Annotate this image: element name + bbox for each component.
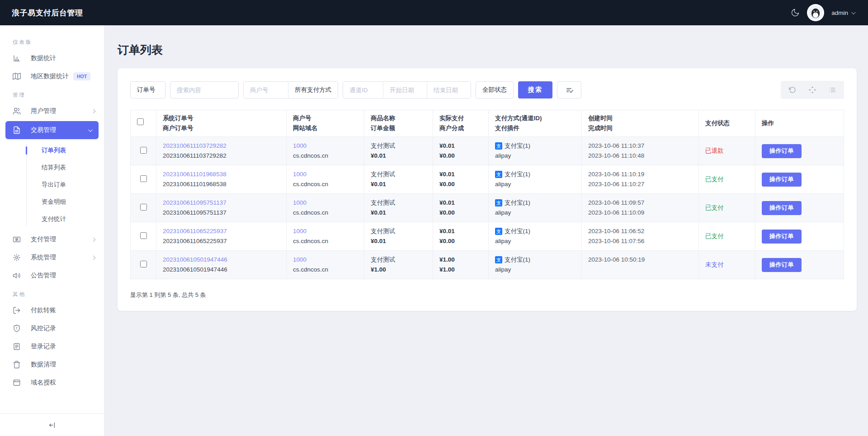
row-checkbox[interactable]	[140, 204, 147, 211]
sidebar-item-data-stats[interactable]: 数据统计	[0, 49, 104, 67]
merchant-id-link[interactable]: 1000	[293, 228, 307, 234]
merchant-id-link[interactable]: 1000	[293, 171, 307, 178]
sys-order-link[interactable]: 2023100610501947446	[163, 256, 227, 263]
pay-method: 支付宝(1)	[505, 255, 530, 265]
product-name: 支付测试	[371, 198, 426, 208]
sys-order-link[interactable]: 2023100611101968538	[163, 171, 226, 178]
dark-mode-moon-icon[interactable]	[791, 8, 800, 17]
start-date-input[interactable]	[383, 82, 427, 98]
pay-method: 支付宝(1)	[505, 226, 530, 236]
col-action: 操作	[755, 110, 844, 137]
completed-time: 2023-10-06 11:10:09	[588, 208, 692, 218]
operate-order-button[interactable]: 操作订单	[762, 201, 802, 215]
order-amount: ¥0.01	[371, 208, 426, 218]
search-input[interactable]	[170, 81, 239, 98]
submenu-item-export-orders[interactable]: 导出订单	[0, 176, 104, 193]
order-amount: ¥0.01	[371, 179, 426, 189]
users-icon	[13, 107, 21, 115]
paid-amount: ¥0.01	[439, 198, 482, 208]
document-lines-icon	[13, 342, 21, 351]
table-row: 20231006111019685382023100611101968538 1…	[131, 165, 844, 194]
created-time: 2023-10-06 11:10:37	[588, 141, 692, 151]
row-checkbox[interactable]	[140, 147, 147, 154]
hot-badge: HOT	[73, 72, 90, 80]
arrows-out-icon	[809, 86, 816, 94]
pay-method: 支付宝(1)	[505, 169, 530, 179]
operate-order-button[interactable]: 操作订单	[762, 230, 802, 244]
submenu-item-fund-detail[interactable]: 资金明细	[0, 193, 104, 211]
collapse-arrow-icon	[48, 421, 56, 429]
pay-plugin: alipay	[495, 265, 575, 275]
columns-button[interactable]	[822, 81, 842, 99]
merchant-id-link[interactable]: 1000	[293, 199, 307, 206]
sidebar-item-user-management[interactable]: 用户管理	[0, 102, 104, 120]
shield-alert-icon	[13, 324, 21, 333]
file-text-icon	[13, 126, 21, 134]
operate-order-button[interactable]: 操作订单	[762, 144, 802, 158]
col-method: 支付方式(通道ID)支付插件	[489, 110, 582, 137]
col-time: 创建时间完成时间	[582, 110, 699, 137]
created-time: 2023-10-06 10:50:19	[588, 255, 692, 265]
merchant-id-link[interactable]: 1000	[293, 256, 307, 263]
pay-method-select[interactable]: 所有支付方式	[288, 82, 338, 98]
select-all-checkbox[interactable]	[137, 118, 144, 125]
table-row: 20231006110652259372023100611065225937 1…	[131, 222, 844, 251]
filter-options-button[interactable]	[557, 81, 581, 98]
order-field-select[interactable]: 订单号	[130, 81, 165, 98]
site-domain: cs.cdncos.cn	[293, 179, 358, 189]
merchant-id-input[interactable]	[244, 82, 288, 98]
end-date-input[interactable]	[427, 82, 471, 98]
sidebar-item-data-cleanup[interactable]: 数据清理	[0, 356, 104, 374]
order-amount: ¥0.01	[371, 236, 426, 246]
submenu-item-settle-list[interactable]: 结算列表	[0, 159, 104, 176]
trade-submenu: 订单列表 结算列表 导出订单 资金明细 支付统计	[0, 140, 104, 230]
table-header-row: 系统订单号商户订单号 商户号网站域名 商品名称订单金额 实际支付商户分成 支付方…	[131, 110, 844, 137]
submenu-item-pay-stats[interactable]: 支付统计	[0, 211, 104, 228]
sidebar-item-pay-management[interactable]: 支付管理	[0, 230, 104, 248]
refresh-button[interactable]	[783, 81, 802, 99]
sidebar-item-label: 登录记录	[31, 342, 56, 351]
pay-method: 支付宝(1)	[505, 198, 530, 208]
sidebar-item-trade-management[interactable]: 交易管理	[5, 121, 99, 139]
sidebar-item-domain-auth[interactable]: 域名授权	[0, 374, 104, 392]
fullscreen-button[interactable]	[802, 81, 822, 99]
sidebar-item-login-records[interactable]: 登录记录	[0, 338, 104, 356]
sys-order-link[interactable]: 2023100611065225937	[163, 228, 227, 234]
share-amount: ¥1.00	[439, 265, 482, 275]
pay-plugin: alipay	[495, 179, 575, 189]
paid-amount: ¥0.01	[439, 226, 482, 236]
channel-id-input[interactable]	[343, 82, 383, 98]
status-select[interactable]: 全部状态	[476, 81, 514, 98]
operate-order-button[interactable]: 操作订单	[762, 258, 802, 272]
sys-order-link[interactable]: 2023100611103729282	[163, 142, 226, 149]
alipay-icon: 支	[495, 142, 502, 150]
merchant-id-link[interactable]: 1000	[293, 142, 307, 149]
product-name: 支付测试	[371, 226, 426, 236]
completed-time: 2023-10-06 11:10:48	[588, 151, 692, 161]
site-domain: cs.cdncos.cn	[293, 208, 358, 218]
sidebar-item-risk-records[interactable]: 风控记录	[0, 319, 104, 338]
sidebar-item-notice-management[interactable]: 公告管理	[0, 267, 104, 285]
row-checkbox[interactable]	[140, 175, 147, 182]
main-content: 订单列表 订单号 所有支付方式 全部状态 搜索	[104, 25, 868, 436]
sys-order-link[interactable]: 2023100611095751137	[163, 199, 226, 206]
sidebar-item-system-management[interactable]: 系统管理	[0, 248, 104, 267]
avatar[interactable]	[807, 4, 824, 21]
browser-window-icon	[13, 379, 21, 387]
row-checkbox[interactable]	[140, 261, 147, 267]
col-merchant: 商户号网站域名	[287, 110, 364, 137]
row-checkbox[interactable]	[140, 232, 147, 239]
gear-icon	[13, 253, 21, 262]
search-button[interactable]: 搜索	[518, 81, 552, 98]
operate-order-button[interactable]: 操作订单	[762, 173, 802, 187]
pay-method: 支付宝(1)	[505, 141, 530, 151]
submenu-item-order-list[interactable]: 订单列表	[0, 142, 104, 159]
sidebar-item-payout-transfer[interactable]: 付款转账	[0, 301, 104, 319]
product-name: 支付测试	[371, 255, 426, 265]
alipay-icon: 支	[495, 228, 502, 235]
sidebar-item-region-stats[interactable]: 地区数据统计 HOT	[0, 67, 104, 85]
user-menu[interactable]: admin	[831, 9, 854, 16]
sidebar-collapse-button[interactable]	[0, 413, 104, 436]
filter-bar: 订单号 所有支付方式 全部状态 搜索	[130, 81, 844, 99]
table-row: 20231006110957511372023100611095751137 1…	[131, 194, 844, 222]
